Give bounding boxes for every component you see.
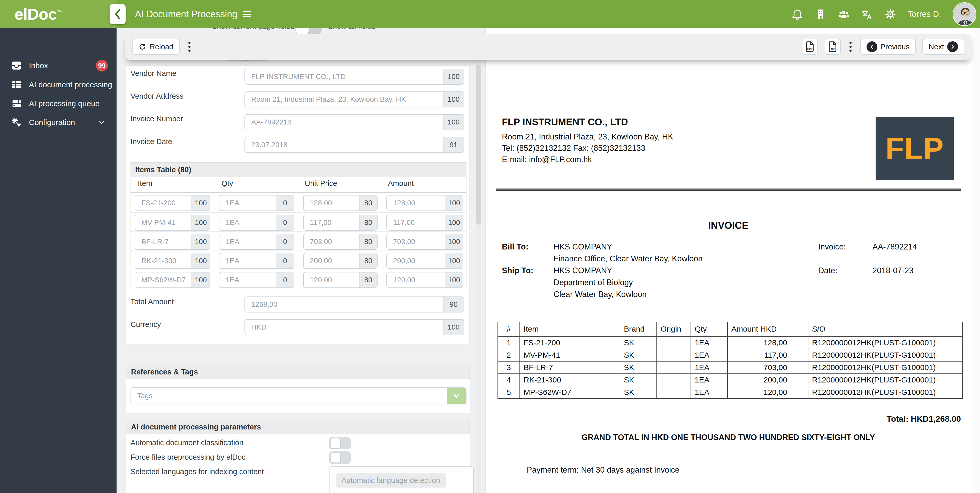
toolbar: Reload PDF W Previous Next <box>125 34 971 60</box>
page-title: AI Document Processing <box>135 9 237 20</box>
tags-input[interactable]: Tags <box>130 387 466 404</box>
qty-cell[interactable]: 1EA0 <box>219 215 294 231</box>
selected-languages-label: Selected languages for indexing content <box>130 468 264 476</box>
table-row: 4RK-21-300SK1EA200,00R1200000012HK(PLUST… <box>498 374 963 386</box>
invoice-number-input[interactable]: AA-7892214 100 <box>245 114 464 130</box>
svg-text:W: W <box>831 47 835 51</box>
invoice-date-label: Date: <box>818 266 837 275</box>
reload-button[interactable]: Reload <box>132 39 180 55</box>
users-group-icon[interactable] <box>838 8 850 20</box>
force-preprocessing-toggle[interactable] <box>329 452 351 464</box>
vendor-address-label: Vendor Address <box>130 92 183 100</box>
items-row: MV-PM-41100 1EA0 117,0080 117,00100 <box>131 212 466 232</box>
amount-cell[interactable]: 128,00100 <box>387 195 463 211</box>
items-row: BF-LR-7100 1EA0 703,0080 703,00100 <box>131 231 466 251</box>
items-row: RK-21-300100 1EA0 200,0080 200,00100 <box>131 250 466 270</box>
sidebar-item-inbox[interactable]: Inbox 99 <box>0 58 116 74</box>
next-button[interactable]: Next <box>923 39 964 55</box>
amount-cell[interactable]: 117,00100 <box>387 215 463 231</box>
invoice-title: INVOICE <box>496 220 961 231</box>
confidence-score: 100 <box>443 320 464 335</box>
unit-price-cell[interactable]: 120,0080 <box>303 272 377 288</box>
doc-company-name: FLP INSTRUMENT CO., LTD <box>502 117 628 128</box>
ship-to-label: Ship To: <box>502 266 533 275</box>
references-tags-header: References & Tags <box>126 365 469 379</box>
doc-payment-term: Payment term: Net 30 days against Invoic… <box>527 465 679 475</box>
invoice-date-input[interactable]: 23.07.2018 91 <box>245 137 464 153</box>
app-header: elDoc™ AI Document Processing A Torres D… <box>0 0 980 28</box>
total-amount-input[interactable]: 1268,00 90 <box>245 296 464 312</box>
currency-label: Currency <box>130 320 161 329</box>
amount-cell[interactable]: 120,00100 <box>387 272 463 288</box>
avatar[interactable] <box>953 2 976 26</box>
unit-price-cell[interactable]: 128,0080 <box>303 195 377 211</box>
ship-to-address: Clear Water Bay, Kowloon <box>554 290 647 299</box>
sidebar-item-configuration[interactable]: Configuration <box>0 114 116 130</box>
invoice-no-value: AA-7892214 <box>872 242 917 252</box>
col-unit-price: Unit Price <box>305 179 337 188</box>
invoice-date-value: 2018-07-23 <box>872 266 913 275</box>
tags-placeholder: Tags <box>131 388 447 404</box>
export-pdf-button[interactable]: PDF <box>802 39 818 55</box>
flp-logo: FLP <box>876 117 954 180</box>
table-row: 1FS-21-200SK1EA128,00R1200000012HK(PLUST… <box>498 336 963 349</box>
bill-to-name: HKS COMPANY <box>554 242 612 252</box>
confidence-score: 90 <box>443 297 464 312</box>
more-options-menu[interactable] <box>186 42 192 52</box>
pdf-file-icon: PDF <box>804 41 816 53</box>
tags-dropdown-button[interactable] <box>447 388 466 404</box>
item-cell[interactable]: FS-21-200100 <box>135 195 210 211</box>
item-cell[interactable]: BF-LR-7100 <box>135 234 210 250</box>
doc-company-address: Room 21, Industrial Plaza, 23, Kowloon B… <box>502 132 673 141</box>
amount-cell[interactable]: 200,00100 <box>387 253 463 269</box>
amount-cell[interactable]: 703,00100 <box>387 234 463 250</box>
item-cell[interactable]: MP-S62W-D7100 <box>135 272 210 288</box>
sidebar-item-ai-document-processing[interactable]: AI document processing <box>0 77 116 93</box>
currency-input[interactable]: HKD 100 <box>245 319 464 335</box>
confidence-score: 91 <box>443 137 464 152</box>
menu-icon[interactable] <box>243 11 251 17</box>
document-scrollbar[interactable] <box>972 28 980 493</box>
export-word-button[interactable]: W <box>825 39 841 55</box>
document-more-options-menu[interactable] <box>848 42 854 52</box>
qty-cell[interactable]: 1EA0 <box>219 195 294 211</box>
qty-cell[interactable]: 1EA0 <box>219 272 294 288</box>
previous-button[interactable]: Previous <box>860 39 916 55</box>
vendor-address-input[interactable]: Room 21, Industrial Plaza, 23, Kowloon B… <box>245 92 464 108</box>
item-cell[interactable]: RK-21-300100 <box>135 253 210 269</box>
notifications-bell-icon[interactable] <box>791 8 803 20</box>
user-name[interactable]: Torres D. <box>908 9 941 19</box>
confidence-score: 100 <box>443 69 464 84</box>
col-item: Item <box>138 179 152 188</box>
svg-text:PDF: PDF <box>807 48 813 51</box>
header-divider <box>496 189 961 191</box>
scrollbar-thumb[interactable] <box>476 65 481 225</box>
sidebar: Inbox 99 AI document processing AI proce… <box>0 28 116 493</box>
page-title-area: AI Document Processing <box>135 0 251 28</box>
organization-building-icon[interactable] <box>815 8 826 20</box>
sidebar-item-ai-processing-queue[interactable]: AI processing queue <box>0 95 116 112</box>
unit-price-cell[interactable]: 200,0080 <box>303 253 377 269</box>
qty-cell[interactable]: 1EA0 <box>219 253 294 269</box>
toggle-knob <box>331 438 340 448</box>
gears-icon <box>11 117 22 128</box>
settings-gear-icon[interactable] <box>885 8 896 20</box>
auto-classification-label: Automatic document classification <box>130 439 243 447</box>
svg-text:A: A <box>867 13 872 20</box>
confidence-score: 100 <box>443 92 464 107</box>
left-panel-scrollbar[interactable] <box>476 62 481 493</box>
item-cell[interactable]: MV-PM-41100 <box>135 215 210 231</box>
languages-box[interactable]: Automatic language detection <box>329 466 474 493</box>
back-button[interactable] <box>110 4 126 24</box>
table-row: 2MV-PM-41SK1EA117,00R1200000012HK(PLUST-… <box>498 349 963 361</box>
bill-to-label: Bill To: <box>502 242 528 252</box>
translate-icon[interactable]: A <box>861 8 873 20</box>
unit-price-cell[interactable]: 117,0080 <box>303 215 377 231</box>
items-row: MP-S62W-D7100 1EA0 120,0080 120,00100 <box>131 269 466 289</box>
chevron-left-icon <box>113 8 122 21</box>
word-file-icon: W <box>827 41 838 53</box>
auto-classification-toggle[interactable] <box>329 437 351 449</box>
qty-cell[interactable]: 1EA0 <box>219 234 294 250</box>
vendor-name-input[interactable]: FLP INSTRUMENT CO., LTD 100 <box>245 69 464 85</box>
unit-price-cell[interactable]: 703,0080 <box>303 234 377 250</box>
